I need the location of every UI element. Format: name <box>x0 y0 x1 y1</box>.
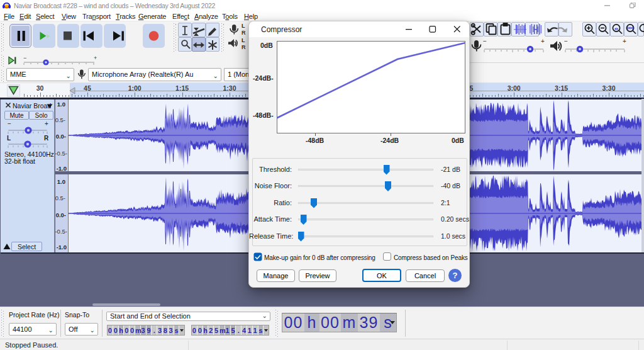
svg-text:−: − <box>23 55 26 61</box>
svg-text:R: R <box>44 135 49 142</box>
svg-text:−: − <box>564 38 568 45</box>
svg-text:+: + <box>623 38 626 45</box>
svg-text:L: L <box>7 135 11 142</box>
svg-text:−: − <box>483 38 487 45</box>
svg-text:+: + <box>541 38 545 45</box>
svg-text:−: − <box>8 120 11 127</box>
svg-text:+: + <box>45 120 48 127</box>
svg-text:+: + <box>94 55 97 61</box>
